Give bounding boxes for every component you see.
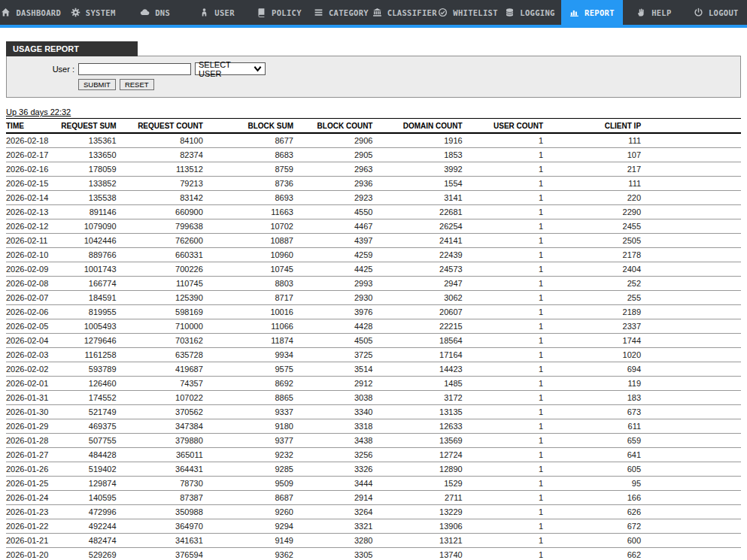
table-row: 2026-02-12107909079963810702446726254124… <box>6 219 741 234</box>
table-row: 2026-01-2249224436497092943321139061672 <box>6 519 741 534</box>
table-cell: 3264 <box>293 505 373 519</box>
table-cell: 10745 <box>203 262 293 277</box>
table-cell: 1 <box>463 548 543 560</box>
nav-item-dashboard[interactable]: DASHBOARD <box>0 0 62 28</box>
table-cell: 1 <box>463 419 543 434</box>
nav-item-category[interactable]: CATEGORY <box>310 0 372 28</box>
table-row: 2026-01-2347299635098892603264132291626 <box>6 505 741 519</box>
table-cell: 3038 <box>293 391 373 405</box>
table-cell: 183 <box>543 391 641 405</box>
table-cell: 1279646 <box>61 334 116 348</box>
table-cell: 1 <box>463 491 543 505</box>
table-cell: 1 <box>463 477 543 491</box>
table-row: 2026-02-05100549371000011066442822215123… <box>6 319 741 334</box>
table-cell: 13135 <box>372 405 462 419</box>
table-cell: 641 <box>543 448 641 462</box>
table-cell: 4259 <box>293 248 373 262</box>
table-cell: 8736 <box>203 177 293 191</box>
nav-item-classifier[interactable]: CLASSIFIER <box>372 0 437 28</box>
submit-button[interactable]: SUBMIT <box>78 79 116 90</box>
table-cell: 529269 <box>61 548 116 560</box>
table-cell: 255 <box>543 291 641 305</box>
table-cell: 3321 <box>293 519 373 534</box>
table-cell: 1 <box>463 462 543 477</box>
nav-item-system[interactable]: SYSTEM <box>62 0 123 28</box>
table-cell: 1485 <box>372 377 462 391</box>
nav-item-policy[interactable]: POLICY <box>248 0 310 28</box>
table-cell-filler <box>641 448 741 462</box>
table-cell: 376594 <box>117 548 203 560</box>
table-cell: 1 <box>463 405 543 419</box>
nav-label: LOGOUT <box>709 8 739 17</box>
table-cell: 217 <box>543 162 641 177</box>
table-cell: 2026-02-17 <box>6 148 61 162</box>
bank-icon <box>372 8 382 17</box>
table-cell: 799638 <box>117 219 203 234</box>
table-cell: 1 <box>463 162 543 177</box>
nav-label: CATEGORY <box>329 8 369 17</box>
table-cell: 700226 <box>117 262 203 277</box>
table-cell: 484428 <box>61 448 116 462</box>
table-row: 2026-02-0259378941968795753514144231694 <box>6 362 741 377</box>
user-input[interactable] <box>78 63 191 75</box>
table-row: 2026-02-081667741107458803299329471252 <box>6 277 741 291</box>
table-body: 2026-02-18135361841008677290619161111202… <box>6 133 741 560</box>
table-cell: 4428 <box>293 319 373 334</box>
table-cell: 1005493 <box>61 319 116 334</box>
table-cell: 2026-01-25 <box>6 477 61 491</box>
column-header: DOMAIN COUNT <box>372 119 462 134</box>
table-cell-filler <box>641 434 741 448</box>
nav-item-report[interactable]: REPORT <box>561 0 623 28</box>
nav-item-help[interactable]: HELP <box>623 0 685 28</box>
table-cell-filler <box>641 491 741 505</box>
table-cell: 3318 <box>293 419 373 434</box>
table-cell: 2711 <box>372 491 462 505</box>
column-header: CLIENT IP <box>543 119 641 134</box>
table-cell: 889766 <box>61 248 116 262</box>
nav-item-dns[interactable]: DNS <box>124 0 186 28</box>
table-cell: 9362 <box>203 548 293 560</box>
table-cell: 252 <box>543 277 641 291</box>
table-cell: 1161258 <box>61 348 116 362</box>
table-cell-filler <box>641 391 741 405</box>
column-header: TIME <box>6 119 61 134</box>
table-cell: 3141 <box>372 191 462 205</box>
table-row: 2026-02-14135538831428693292331411220 <box>6 191 741 205</box>
table-cell: 1853 <box>372 148 462 162</box>
user-select[interactable]: SELECT USER <box>195 62 266 75</box>
table-cell-filler <box>641 219 741 234</box>
table-cell: 4550 <box>293 205 373 219</box>
table-cell-filler <box>641 177 741 191</box>
nav-item-user[interactable]: USER <box>186 0 247 28</box>
database-icon <box>505 8 515 17</box>
nav-item-logout[interactable]: LOGOUT <box>685 0 747 28</box>
table-cell-filler <box>641 234 741 248</box>
table-cell: 659 <box>543 434 641 448</box>
table-cell: 2026-02-03 <box>6 348 61 362</box>
table-cell: 3340 <box>293 405 373 419</box>
table-cell: 419687 <box>117 362 203 377</box>
table-cell: 2026-01-27 <box>6 448 61 462</box>
table-cell: 9337 <box>203 405 293 419</box>
table-cell: 20607 <box>372 305 462 319</box>
table-cell: 2404 <box>543 262 641 277</box>
table-cell: 605 <box>543 462 641 477</box>
reset-button[interactable]: RESET <box>120 79 154 90</box>
table-cell: 2914 <box>293 491 373 505</box>
table-cell: 1 <box>463 177 543 191</box>
table-cell: 12890 <box>372 462 462 477</box>
table-cell: 365011 <box>117 448 203 462</box>
table-cell: 762600 <box>117 234 203 248</box>
table-cell-filler <box>641 148 741 162</box>
table-cell: 2026-02-06 <box>6 305 61 319</box>
table-cell: 3305 <box>293 548 373 560</box>
nav-item-logging[interactable]: LOGGING <box>499 0 560 28</box>
table-cell: 1 <box>463 319 543 334</box>
chevron-down-icon <box>254 65 262 72</box>
table-cell: 4397 <box>293 234 373 248</box>
table-cell: 1 <box>463 377 543 391</box>
table-cell: 1042446 <box>61 234 116 248</box>
table-cell: 10960 <box>203 248 293 262</box>
table-cell: 111 <box>543 133 641 148</box>
nav-item-whitelist[interactable]: WHITELIST <box>437 0 499 28</box>
